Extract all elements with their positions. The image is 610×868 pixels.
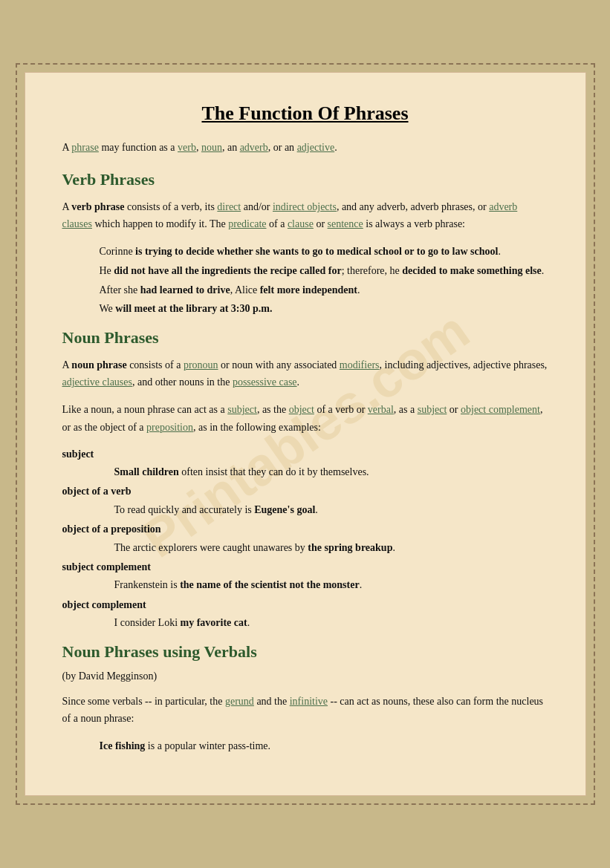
- noun-phrases-section: Noun Phrases A noun phrase consists of a…: [62, 328, 548, 631]
- link-object[interactable]: object: [289, 404, 314, 415]
- link-indirect-objects[interactable]: indirect objects: [273, 201, 337, 212]
- verb-phrases-examples: Corinne is trying to decide whether she …: [100, 243, 548, 318]
- link-object-complement[interactable]: object complement: [461, 404, 540, 415]
- link-adjective-clauses[interactable]: adjective clauses: [62, 376, 132, 388]
- link-modifiers[interactable]: modifiers: [340, 359, 380, 371]
- link-predicate[interactable]: predicate: [228, 218, 266, 229]
- label-object-verb: object of a verb: [62, 483, 548, 500]
- verb-phrases-heading: Verb Phrases: [62, 170, 548, 189]
- label-object-complement: object complement: [62, 597, 548, 613]
- example-subject: Small children often insist that they ca…: [114, 464, 548, 480]
- verbals-examples: Ice fishing is a popular winter pass-tim…: [100, 737, 548, 755]
- link-infinitive[interactable]: infinitive: [290, 696, 328, 707]
- example-subject-complement: Frankenstein is the name of the scientis…: [114, 577, 548, 593]
- noun-phrases-body1: A noun phrase consists of a pronoun or n…: [62, 356, 548, 391]
- link-direct[interactable]: direct: [217, 201, 241, 212]
- author-line: (by David Megginson): [62, 670, 548, 682]
- link-subject2[interactable]: subject: [418, 404, 447, 415]
- page-title: The Function Of Phrases: [62, 102, 548, 125]
- outer-border: Printables.com The Function Of Phrases A…: [16, 63, 595, 804]
- example-3: After she had learned to drive, Alice fe…: [100, 281, 548, 299]
- link-preposition[interactable]: preposition: [146, 422, 193, 433]
- example-2: He did not have all the ingredients the …: [100, 262, 548, 280]
- noun-phrases-heading: Noun Phrases: [62, 328, 548, 347]
- link-subject[interactable]: subject: [227, 404, 257, 415]
- example-object-complement: I consider Loki my favorite cat.: [114, 615, 548, 631]
- link-noun[interactable]: noun: [201, 142, 222, 153]
- example-ice-fishing: Ice fishing is a popular winter pass-tim…: [100, 737, 548, 755]
- link-clause[interactable]: clause: [288, 218, 314, 229]
- link-verbal[interactable]: verbal: [368, 404, 394, 415]
- link-sentence[interactable]: sentence: [328, 218, 363, 229]
- example-object-prep: The arctic explorers were caught unaware…: [114, 540, 548, 556]
- example-4: We will meet at the library at 3:30 p.m.: [100, 300, 548, 318]
- link-pronoun[interactable]: pronoun: [184, 359, 218, 371]
- verbals-section: Noun Phrases using Verbals (by David Meg…: [62, 642, 548, 755]
- link-adverb[interactable]: adverb: [240, 142, 268, 153]
- link-phrase[interactable]: phrase: [71, 142, 99, 153]
- link-possessive-case[interactable]: possessive case: [233, 376, 297, 388]
- example-1: Corinne is trying to decide whether she …: [100, 243, 548, 261]
- verbals-body: Since some verbals -- in particular, the…: [62, 693, 548, 727]
- label-object-prep: object of a preposition: [62, 521, 548, 538]
- verbals-heading: Noun Phrases using Verbals: [62, 642, 548, 662]
- label-subject-complement: subject complement: [62, 559, 548, 575]
- noun-phrases-labeled-examples: subject Small children often insist that…: [62, 446, 548, 632]
- verb-phrases-section: Verb Phrases A verb phrase consists of a…: [62, 170, 548, 318]
- link-adjective[interactable]: adjective: [297, 142, 335, 153]
- intro-paragraph: A phrase may function as a verb, noun, a…: [62, 140, 548, 156]
- verb-phrases-body: A verb phrase consists of a verb, its di…: [62, 198, 548, 232]
- content: The Function Of Phrases A phrase may fun…: [62, 102, 548, 754]
- example-object-verb: To read quickly and accurately is Eugene…: [114, 502, 548, 518]
- label-subject: subject: [62, 446, 548, 463]
- link-gerund[interactable]: gerund: [225, 696, 254, 707]
- link-verb[interactable]: verb: [178, 142, 196, 153]
- noun-phrases-body2: Like a noun, a noun phrase can act as a …: [62, 401, 548, 435]
- inner-card: Printables.com The Function Of Phrases A…: [25, 72, 586, 795]
